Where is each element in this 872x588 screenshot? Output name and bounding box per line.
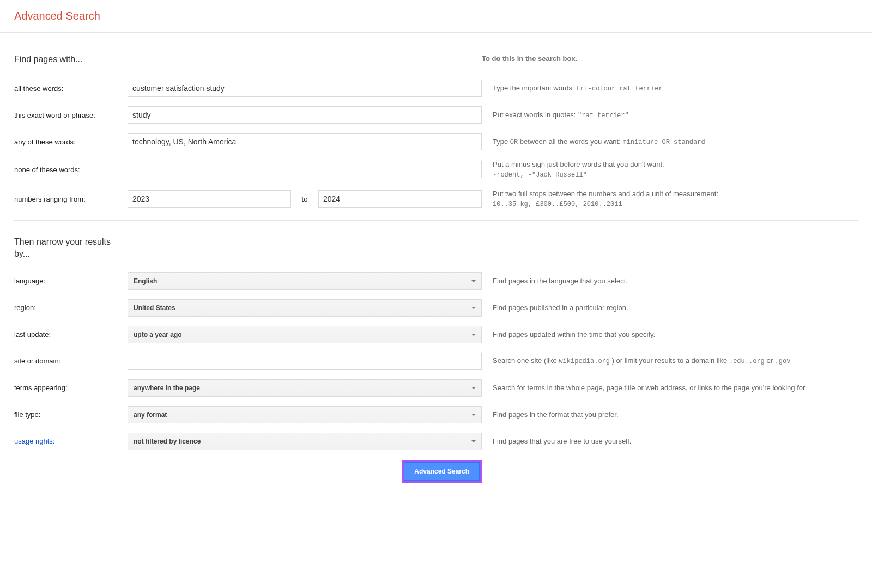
label-usage[interactable]: usage rights: [14,437,128,445]
label-site: site or domain: [14,357,128,365]
dropdown-language-value: English [134,277,157,285]
hint-none-words-code: -rodent, -"Jack Russell" [493,171,587,179]
dropdown-filetype[interactable]: any format [128,406,482,423]
label-exact: this exact word or phrase: [14,111,128,119]
hint-last-update: Find pages updated within the time that … [482,330,858,340]
submit-highlight: Advanced Search [402,460,482,483]
hint-terms: Search for terms in the whole page, page… [482,383,858,393]
hint-language: Find pages in the language that you sele… [482,276,858,286]
hint-site-sep2: or [765,356,775,365]
row-region: region: United States Find pages publish… [14,299,858,317]
input-any-words[interactable] [128,133,482,150]
input-none-words[interactable] [128,161,482,178]
dropdown-usage[interactable]: not filtered by licence [128,433,482,450]
dropdown-last-update[interactable]: upto a year ago [128,326,482,343]
hint-site-code4: .gov [775,357,791,365]
row-language: language: English Find pages in the lang… [14,272,858,290]
hint-site-code3: .org [749,357,765,365]
hint-any-words-code2: miniature OR standard [622,138,705,146]
row-filetype: file type: any format Find pages in the … [14,406,858,423]
section-narrow-title: Then narrow your results by... [14,221,128,272]
section-divider [14,220,858,221]
section-find-header: Find pages with... To do this in the sea… [14,33,858,80]
dropdown-usage-value: not filtered by licence [134,438,201,445]
hint-any-words-code1: OR [510,138,518,146]
hint-usage: Find pages that you are free to use your… [482,437,858,446]
hint-all-words-code: tri-colour rat terrier [576,85,662,93]
input-range-from[interactable] [128,190,291,208]
dropdown-region[interactable]: United States [128,299,482,317]
hint-site-prefix: Search one site (like [493,356,559,365]
page-header: Advanced Search [0,0,872,33]
dropdown-terms[interactable]: anywhere in the page [128,379,482,397]
range-to-label: to [291,195,318,203]
dropdown-region-value: United States [134,304,175,312]
row-usage: usage rights: not filtered by licence Fi… [14,433,858,450]
input-exact[interactable] [128,106,482,124]
advanced-search-button[interactable]: Advanced Search [404,462,480,481]
dropdown-last-update-value: upto a year ago [134,331,182,338]
input-range-to[interactable] [318,190,482,208]
hint-exact-code: "rat terrier" [578,112,629,119]
hint-site-code2: .edu [729,357,745,365]
hint-exact: Put exact words in quotes: "rat terrier" [482,110,858,120]
label-any-words: any of these words: [14,138,128,146]
hint-site-code1: wikipedia.org [559,357,610,365]
dropdown-language[interactable]: English [128,272,482,290]
hint-site-middle: ) or limit your results to a domain like [610,356,729,365]
hint-none-words: Put a minus sign just before words that … [482,160,858,180]
hint-exact-text: Put exact words in quotes: [493,111,578,119]
input-site[interactable] [128,353,482,370]
hint-site: Search one site (like wikipedia.org ) or… [482,356,858,366]
page-title: Advanced Search [14,10,858,22]
row-any-words: any of these words: Type OR between all … [14,133,858,150]
row-last-update: last update: upto a year ago Find pages … [14,326,858,343]
label-range: numbers ranging from: [14,195,128,203]
label-language: language: [14,277,128,285]
label-terms: terms appearing: [14,384,128,392]
row-none-words: none of these words: Put a minus sign ju… [14,160,858,180]
content-area: Find pages with... To do this in the sea… [0,33,872,505]
hint-any-words-prefix: Type [493,137,510,146]
row-site: site or domain: Search one site (like wi… [14,353,858,370]
label-last-update: last update: [14,330,128,338]
label-none-words: none of these words: [14,166,128,174]
row-exact: this exact word or phrase: Put exact wor… [14,106,858,124]
section-find-hint: To do this in the search box. [482,54,858,64]
submit-row: Advanced Search [14,460,482,483]
label-region: region: [14,304,128,312]
hint-filetype: Find pages in the format that you prefer… [482,410,858,420]
row-range: numbers ranging from: to Put two full st… [14,189,858,209]
input-all-words[interactable] [128,80,482,97]
hint-range-code: 10..35 kg, £300..£500, 2010..2011 [493,201,622,208]
hint-range-line1: Put two full stops between the numbers a… [493,190,718,198]
dropdown-terms-value: anywhere in the page [134,384,200,392]
hint-region: Find pages published in a particular reg… [482,303,858,313]
row-terms: terms appearing: anywhere in the page Se… [14,379,858,397]
label-filetype: file type: [14,410,128,419]
row-all-words: all these words: Type the important word… [14,80,858,97]
hint-all-words: Type the important words: tri-colour rat… [482,83,858,94]
hint-any-words-middle: between all the words you want: [518,137,622,146]
section-find-title: Find pages with... [14,54,482,64]
hint-none-words-line1: Put a minus sign just before words that … [493,160,664,168]
hint-range: Put two full stops between the numbers a… [482,189,858,209]
hint-site-sep1: , [745,356,749,365]
label-all-words: all these words: [14,84,128,93]
hint-all-words-text: Type the important words: [493,84,576,92]
hint-any-words: Type OR between all the words you want: … [482,137,858,147]
dropdown-filetype-value: any format [134,411,167,419]
